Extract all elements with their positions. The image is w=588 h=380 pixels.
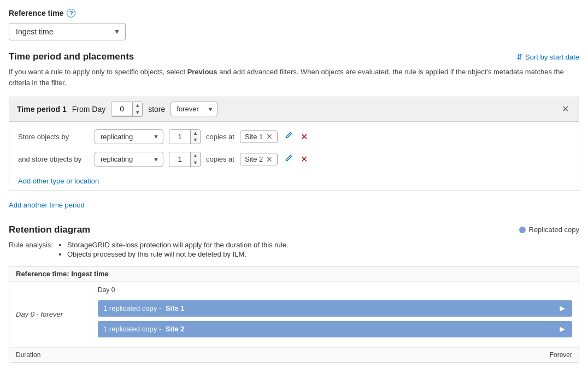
diagram-bar-1: 1 replicated copy - Site 1 ► [98, 300, 572, 317]
diagram-container: Reference time: Ingest time Day 0 - fore… [9, 266, 579, 363]
copies-2-btns: ▲ ▼ [190, 152, 200, 167]
store-row-2-label: and store objects by [18, 155, 89, 163]
reference-time-label: Reference time ? [9, 9, 579, 17]
site-2-delete-btn[interactable]: ✕ [299, 153, 309, 165]
legend-dot [519, 227, 526, 233]
site-1-close-icon[interactable]: ✕ [266, 133, 273, 140]
footer-left: Duration [16, 351, 40, 359]
retention-title: Retention diagram [9, 224, 90, 235]
desc-prefix: If you want a rule to apply only to spec… [9, 68, 187, 76]
rule-bullet-1: StorageGRID site-loss protection will ap… [67, 241, 289, 249]
rule-analysis-label: Rule analysis: [9, 241, 53, 249]
from-day-spinner: ▲ ▼ [111, 102, 143, 117]
site-2-tag: Site 2 ✕ [240, 153, 278, 165]
legend-label: Replicated copy [529, 225, 580, 234]
copies-2-input[interactable] [169, 153, 190, 165]
diagram-right: Day 0 1 replicated copy - Site 1 ► 1 rep… [91, 282, 579, 347]
time-period-header-left: Time period 1 From Day ▲ ▼ store forever… [17, 102, 217, 117]
sort-icon: ⇵ [516, 52, 523, 61]
rule-bullets: StorageGRID site-loss protection will ap… [58, 241, 289, 259]
day-decrement-btn[interactable]: ▼ [133, 109, 142, 116]
copies-2-increment[interactable]: ▲ [191, 152, 200, 159]
from-day-label: From Day [72, 105, 105, 114]
add-location-link[interactable]: Add other type or location [18, 177, 99, 185]
sort-by-start-date-link[interactable]: ⇵ Sort by start date [516, 52, 579, 61]
diagram-left: Day 0 - forever [9, 282, 91, 347]
day-increment-btn[interactable]: ▲ [133, 102, 142, 109]
from-day-input[interactable] [111, 103, 132, 115]
diagram-period-label: Day 0 - forever [9, 288, 91, 318]
copies-1-decrement[interactable]: ▼ [191, 136, 200, 144]
copies-1-input[interactable] [169, 130, 190, 143]
retention-header: Retention diagram Replicated copy [9, 224, 579, 235]
site-1-delete-btn[interactable]: ✕ [299, 130, 309, 143]
site-2-close-icon[interactable]: ✕ [266, 156, 273, 163]
time-period-label: Time period 1 [17, 105, 67, 114]
retention-section: Retention diagram Replicated copy Rule a… [9, 224, 579, 363]
copies-2-decrement[interactable]: ▼ [191, 159, 200, 167]
ref-row-value: Ingest time [71, 270, 109, 278]
spinner-buttons: ▲ ▼ [132, 102, 142, 116]
reference-time-select[interactable]: Ingest time Last access time Noncurrent … [9, 23, 126, 40]
store-method-1-select[interactable]: replicating erasure coding [95, 129, 163, 144]
rule-bullet-2: Objects processed by this rule will not … [67, 250, 289, 258]
reference-time-section: Reference time ? Ingest time Last access… [9, 9, 579, 40]
ref-row-prefix: Reference time: [16, 270, 69, 278]
description-text: If you want a rule to apply only to spec… [9, 67, 579, 88]
time-period-section-title: Time period and placements [9, 51, 134, 62]
time-period-section-header: Time period and placements ⇵ Sort by sta… [9, 51, 579, 62]
diagram-ref-row: Reference time: Ingest time [9, 266, 579, 282]
diagram-bar-2-arrow: ► [558, 324, 567, 334]
time-period-close-btn[interactable]: ✕ [560, 103, 571, 115]
bar2-text: 1 replicated copy - [103, 325, 161, 333]
copies-at-2-label: copies at [206, 155, 234, 163]
reference-time-text: Reference time [9, 9, 63, 17]
reference-time-select-wrapper: Ingest time Last access time Noncurrent … [9, 23, 126, 40]
diagram-bar-2: 1 replicated copy - Site 2 ► [98, 321, 572, 337]
store-method-2-select[interactable]: replicating erasure coding [95, 152, 163, 167]
copies-at-1-label: copies at [206, 133, 234, 141]
store-method-1-wrapper: replicating erasure coding ▼ [95, 129, 163, 144]
site-1-tag: Site 1 ✕ [240, 130, 278, 143]
store-row-1-label: Store objects by [18, 133, 89, 141]
diagram-body: Day 0 - forever Day 0 1 replicated copy … [9, 282, 579, 347]
time-period-card: Time period 1 From Day ▲ ▼ store forever… [9, 97, 579, 191]
legend-item: Replicated copy [519, 225, 580, 234]
help-icon[interactable]: ? [67, 9, 75, 17]
bar1-site: Site 1 [166, 304, 185, 312]
sort-label: Sort by start date [525, 53, 579, 61]
store-label: store [148, 105, 165, 114]
site-2-name: Site 2 [245, 155, 263, 163]
footer-right: Forever [550, 351, 572, 359]
copies-1-spinner: ▲ ▼ [169, 129, 201, 145]
diagram-day-label [9, 282, 91, 288]
time-period-body: Store objects by replicating erasure cod… [9, 122, 579, 191]
store-value-select[interactable]: forever 1 day 7 days 30 days 1 year [170, 102, 217, 116]
store-method-2-wrapper: replicating erasure coding ▼ [95, 152, 163, 167]
site-1-name: Site 1 [245, 133, 263, 141]
diagram-bar-1-text: 1 replicated copy - Site 1 [103, 304, 558, 312]
diagram-footer: Duration Forever [9, 347, 579, 362]
time-period-header: Time period 1 From Day ▲ ▼ store forever… [9, 97, 579, 122]
store-row-1: Store objects by replicating erasure cod… [18, 129, 570, 145]
copies-1-increment[interactable]: ▲ [191, 130, 200, 137]
rule-analysis: Rule analysis: StorageGRID site-loss pro… [9, 241, 579, 259]
copies-1-btns: ▲ ▼ [190, 130, 200, 144]
diagram-day0-label: Day 0 [91, 286, 579, 296]
add-time-period-link[interactable]: Add another time period [9, 201, 85, 209]
store-value-select-wrapper: forever 1 day 7 days 30 days 1 year ▼ [170, 102, 217, 116]
site-1-edit-btn[interactable] [283, 130, 294, 143]
store-row-2: and store objects by replicating erasure… [18, 152, 570, 167]
copies-2-spinner: ▲ ▼ [169, 152, 201, 167]
bar2-site: Site 2 [166, 325, 185, 333]
diagram-bar-1-arrow: ► [558, 304, 567, 313]
diagram-bars: 1 replicated copy - Site 1 ► 1 replicate… [91, 296, 579, 342]
site-2-edit-btn[interactable] [283, 153, 294, 166]
desc-bold: Previous [187, 68, 217, 76]
diagram-bar-2-text: 1 replicated copy - Site 2 [103, 325, 558, 333]
bar1-text: 1 replicated copy - [103, 304, 161, 312]
